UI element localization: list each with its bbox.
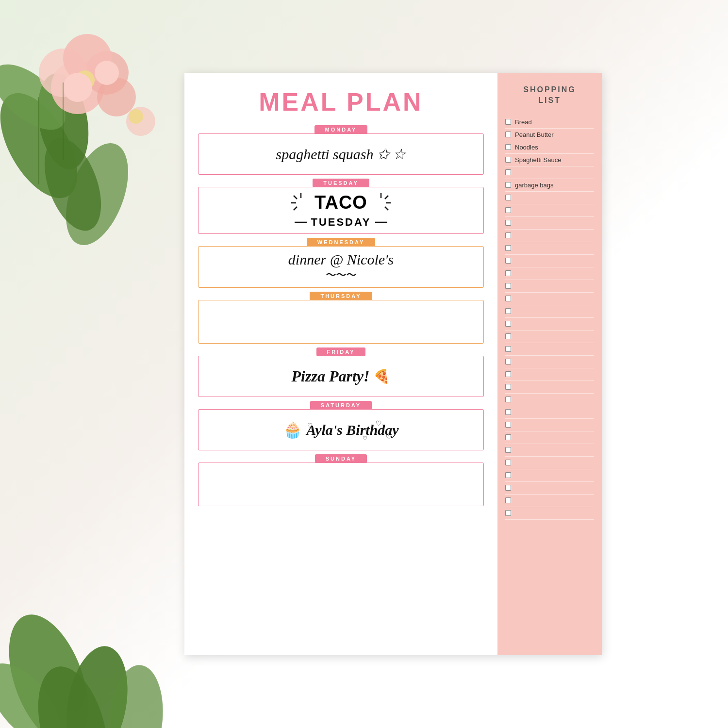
shopping-item-21[interactable]	[505, 381, 594, 394]
item-text-1: Peanut Butter	[515, 131, 554, 138]
flower-decoration	[0, 0, 194, 437]
checkbox-23[interactable]	[505, 409, 511, 415]
saturday-box[interactable]: ♡ ♡ ♡ ♡ 🧁 Ayla's Birthday	[198, 409, 484, 450]
checkbox-6[interactable]	[505, 195, 511, 200]
shopping-item-19[interactable]	[505, 356, 594, 368]
checkbox-24[interactable]	[505, 422, 511, 428]
checkbox-9[interactable]	[505, 232, 511, 238]
checkbox-8[interactable]	[505, 220, 511, 226]
shopping-item-3[interactable]: Spaghetti Sauce	[505, 154, 594, 166]
checkbox-25[interactable]	[505, 434, 511, 440]
checkbox-7[interactable]	[505, 207, 511, 213]
shopping-item-4[interactable]	[505, 166, 594, 179]
shopping-item-13[interactable]	[505, 280, 594, 293]
tuesday-label: TUESDAY	[313, 179, 369, 187]
shopping-item-5[interactable]: garbage bags	[505, 179, 594, 192]
thursday-section: THURSDAY	[198, 292, 484, 344]
shopping-item-18[interactable]	[505, 343, 594, 356]
friday-section: FRIDAY Pizza Party! 🍕	[198, 347, 484, 397]
checkbox-30[interactable]	[505, 497, 511, 503]
checkbox-18[interactable]	[505, 346, 511, 352]
shopping-item-10[interactable]	[505, 242, 594, 255]
shopping-item-9[interactable]	[505, 230, 594, 242]
shopping-item-17[interactable]	[505, 331, 594, 343]
shopping-item-0[interactable]: Bread	[505, 116, 594, 129]
shopping-item-24[interactable]	[505, 419, 594, 431]
checkbox-17[interactable]	[505, 333, 511, 339]
checkbox-22[interactable]	[505, 397, 511, 402]
shopping-item-7[interactable]	[505, 204, 594, 217]
checkbox-11[interactable]	[505, 258, 511, 264]
item-text-17	[515, 333, 517, 340]
shopping-item-11[interactable]	[505, 255, 594, 267]
shopping-item-12[interactable]	[505, 267, 594, 280]
shopping-item-31[interactable]	[505, 507, 594, 520]
shopping-item-15[interactable]	[505, 305, 594, 318]
wednesday-section: WEDNESDAY dinner @ Nicole's 〜〜〜	[198, 238, 484, 288]
checkbox-21[interactable]	[505, 384, 511, 390]
shopping-item-27[interactable]	[505, 457, 594, 469]
checkbox-27[interactable]	[505, 460, 511, 465]
shopping-item-1[interactable]: Peanut Butter	[505, 129, 594, 141]
pizza-icon: 🍕	[373, 368, 390, 384]
checkbox-16[interactable]	[505, 321, 511, 327]
sunday-label: SUNDAY	[315, 454, 367, 463]
shopping-item-2[interactable]: Noodles	[505, 141, 594, 154]
monday-label: MONDAY	[314, 125, 368, 134]
checkbox-3[interactable]	[505, 157, 511, 163]
item-text-28	[515, 472, 517, 479]
sunday-box[interactable]	[198, 463, 484, 506]
shopping-item-20[interactable]	[505, 368, 594, 381]
shopping-item-28[interactable]	[505, 469, 594, 482]
item-text-24	[515, 421, 517, 429]
checkbox-12[interactable]	[505, 270, 511, 276]
item-text-4	[515, 169, 517, 176]
checkbox-14[interactable]	[505, 296, 511, 301]
monday-box[interactable]: spaghetti squash ✩ ☆	[198, 133, 484, 175]
planner-container: MEAL PLAN MONDAY spaghetti squash ✩ ☆ TU…	[184, 73, 602, 655]
tuesday-box[interactable]: TACO TUESDAY	[198, 187, 484, 234]
item-text-20	[515, 371, 517, 378]
thursday-box[interactable]	[198, 300, 484, 344]
checkbox-4[interactable]	[505, 169, 511, 175]
checkbox-1[interactable]	[505, 132, 511, 137]
item-text-13	[515, 282, 517, 290]
item-text-22	[515, 396, 517, 403]
item-text-18	[515, 346, 517, 353]
wednesday-wave: 〜〜〜	[288, 268, 394, 282]
checkbox-10[interactable]	[505, 245, 511, 251]
shopping-item-16[interactable]	[505, 318, 594, 331]
item-text-31	[515, 510, 517, 517]
shopping-item-14[interactable]	[505, 293, 594, 305]
checkbox-5[interactable]	[505, 182, 511, 188]
checkbox-29[interactable]	[505, 485, 511, 491]
shopping-item-8[interactable]	[505, 217, 594, 230]
shopping-item-23[interactable]	[505, 406, 594, 419]
checkbox-15[interactable]	[505, 308, 511, 314]
shopping-item-29[interactable]	[505, 482, 594, 495]
shopping-item-25[interactable]	[505, 431, 594, 444]
monday-content: spaghetti squash ✩ ☆	[276, 146, 406, 163]
checkbox-28[interactable]	[505, 472, 511, 478]
shopping-item-26[interactable]	[505, 444, 594, 457]
svg-line-24	[294, 196, 297, 199]
checkbox-20[interactable]	[505, 371, 511, 377]
shopping-item-22[interactable]	[505, 394, 594, 406]
svg-point-15	[129, 109, 143, 124]
heart-bottom-mid: ♡	[363, 435, 367, 442]
checkbox-13[interactable]	[505, 283, 511, 289]
item-text-16	[515, 320, 517, 328]
item-text-3: Spaghetti Sauce	[515, 156, 561, 164]
friday-box[interactable]: Pizza Party! 🍕	[198, 356, 484, 397]
checkbox-2[interactable]	[505, 144, 511, 150]
taco-main-text: TACO	[314, 192, 367, 213]
checkbox-0[interactable]	[505, 119, 511, 125]
item-text-15	[515, 308, 517, 315]
wednesday-box[interactable]: dinner @ Nicole's 〜〜〜	[198, 246, 484, 288]
item-text-30	[515, 497, 517, 504]
shopping-item-30[interactable]	[505, 495, 594, 507]
checkbox-31[interactable]	[505, 510, 511, 516]
checkbox-26[interactable]	[505, 447, 511, 453]
shopping-item-6[interactable]	[505, 192, 594, 204]
checkbox-19[interactable]	[505, 359, 511, 364]
